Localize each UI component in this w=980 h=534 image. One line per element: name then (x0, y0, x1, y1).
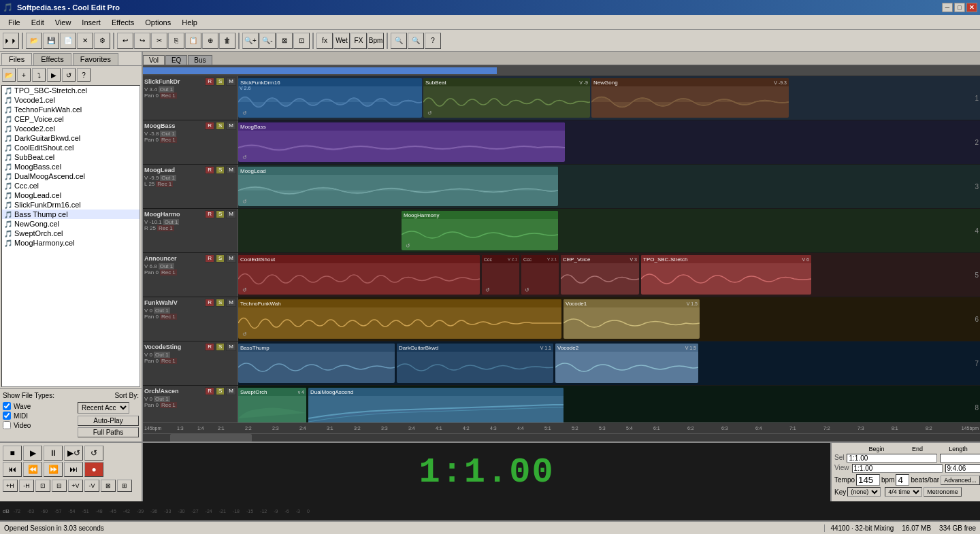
list-item[interactable]: 🎵SubBeat.cel (2, 152, 140, 162)
midi-checkbox[interactable] (3, 412, 11, 420)
toolbar-zoom2-2[interactable]: 🔍 (408, 33, 424, 49)
list-item[interactable]: 🎵TechnoFunkWah.cel (2, 105, 140, 114)
autoplay-button[interactable]: Auto-Play (78, 416, 139, 426)
toolbar-delete[interactable]: 🗑 (219, 33, 235, 49)
track-s-btn-5[interactable]: S (216, 254, 225, 263)
sort-select[interactable]: Recent Acc (78, 402, 129, 414)
track-m-btn-7[interactable]: M (226, 343, 236, 351)
full-paths-button[interactable]: Full Paths (78, 427, 139, 437)
beats-input[interactable] (896, 474, 909, 486)
maximize-button[interactable]: □ (954, 3, 965, 12)
list-item[interactable]: 🎵MoogBass.cel (2, 162, 140, 171)
list-item[interactable]: 🎵SweptOrch.cel (2, 229, 140, 238)
stop-button[interactable]: ■ (3, 446, 22, 461)
track-s-btn-6[interactable]: S (216, 299, 225, 307)
record-button[interactable]: ● (84, 462, 103, 477)
tab-eq[interactable]: EQ (165, 55, 187, 65)
track-m-btn-8[interactable]: M (226, 387, 236, 395)
file-help-btn[interactable]: ? (77, 68, 91, 82)
list-item[interactable]: 🎵Vocode1.cel (2, 95, 140, 105)
toolbar-zoom-in[interactable]: 🔍+ (242, 33, 259, 49)
file-loop-btn[interactable]: ↺ (62, 68, 76, 82)
zoom-fit-v[interactable]: ⊠ (101, 480, 116, 492)
track-r-btn-7[interactable]: R (205, 343, 214, 351)
toolbar-zoom2-3[interactable]: ? (425, 33, 441, 49)
forward-all-button[interactable]: ⏭ (64, 462, 83, 477)
minimize-button[interactable]: ─ (942, 3, 953, 12)
clip-technofunkwah[interactable]: TechnoFunkWah (238, 299, 561, 339)
track-m-btn-1[interactable]: M (226, 78, 236, 86)
track-s-btn-4[interactable]: S (216, 210, 225, 218)
file-add-btn[interactable]: + (17, 68, 31, 82)
tab-bus[interactable]: Bus (188, 55, 212, 65)
toolbar-fx1[interactable]: fx (316, 33, 333, 49)
list-item[interactable]: 🎵Bass Thump cel (2, 210, 140, 219)
toolbar-cut[interactable]: ✂ (151, 33, 167, 49)
loop-button[interactable]: ↺ (84, 446, 103, 461)
toolbar-zoom2-1[interactable]: 🔍 (391, 33, 407, 49)
zoom-special[interactable]: ⊡ (35, 480, 50, 492)
clip-moogbass[interactable]: MoogBass (238, 122, 565, 162)
track-m-btn-4[interactable]: M (226, 210, 236, 218)
file-play-btn[interactable]: ▶ (47, 68, 61, 82)
menu-options[interactable]: Options (140, 17, 176, 28)
track-s-btn-3[interactable]: S (216, 166, 225, 174)
track-s-btn-2[interactable]: S (216, 122, 225, 130)
toolbar-bpm[interactable]: Bpm (368, 33, 384, 49)
track-r-btn-1[interactable]: R (205, 78, 214, 86)
close-button[interactable]: ✕ (966, 3, 977, 12)
track-m-btn-5[interactable]: M (226, 254, 236, 263)
toolbar-new[interactable]: 📄 (60, 33, 76, 49)
toolbar-save[interactable]: 💾 (43, 33, 59, 49)
forward-button[interactable]: ⏩ (44, 462, 63, 477)
loop-play-button[interactable]: ▶↺ (64, 446, 83, 461)
zoom-out-v[interactable]: -V (84, 480, 99, 492)
toolbar-close[interactable]: ✕ (77, 33, 93, 49)
track-r-btn-6[interactable]: R (205, 299, 214, 307)
tracks-container[interactable]: SlickFunkDr R S M V 3.4 Out 1 (143, 76, 980, 422)
clip-dualmoogascend[interactable]: DualMoogAscend (308, 388, 564, 422)
clip-bassthump[interactable]: BassThump (238, 344, 395, 383)
menu-file[interactable]: File (3, 17, 26, 28)
zoom-in-h[interactable]: +H (3, 480, 18, 492)
list-item[interactable]: 🎵Vocode2.cel (2, 124, 140, 133)
toolbar-fx2[interactable]: FX (350, 33, 367, 49)
menu-view[interactable]: View (50, 17, 77, 28)
track-r-btn-3[interactable]: R (205, 166, 214, 174)
list-item[interactable]: 🎵SlickFunkDrm16.cel (2, 200, 140, 210)
list-item[interactable]: 🎵MoogLead.cel (2, 190, 140, 200)
menu-help[interactable]: Help (176, 17, 203, 28)
list-item[interactable]: 🎵NewGong.cel (2, 219, 140, 229)
advanced-button[interactable]: Advanced... (941, 475, 980, 485)
metronome-button[interactable]: Metronome (924, 487, 962, 497)
list-item[interactable]: 🎵DualMoogAscend.cel (2, 171, 140, 181)
track-s-btn-1[interactable]: S (216, 78, 225, 86)
list-item[interactable]: 🎵MoogHarmony.cel (2, 238, 140, 248)
toolbar-paste[interactable]: 📋 (185, 33, 201, 49)
toolbar-btn-1[interactable]: ⏵⏵ (3, 33, 19, 49)
file-open-btn[interactable]: 📂 (2, 68, 16, 82)
toolbar-undo[interactable]: ↩ (117, 33, 133, 49)
sel-end-input[interactable] (940, 454, 980, 463)
zoom-in-v[interactable]: +V (68, 480, 83, 492)
track-r-btn-4[interactable]: R (205, 210, 214, 218)
track-s-btn-7[interactable]: S (216, 343, 225, 351)
zoom-out-h[interactable]: -H (19, 480, 34, 492)
track-m-btn-3[interactable]: M (226, 166, 236, 174)
clip-cooledshout[interactable]: CoolEditShout (238, 255, 480, 295)
rewind-all-button[interactable]: ⏮ (3, 462, 22, 477)
rewind-button[interactable]: ⏪ (23, 462, 42, 477)
clip-darkguitar[interactable]: DarkGuitarBkwd V 1.1 (397, 344, 553, 383)
file-insert-btn[interactable]: ⤵ (32, 68, 46, 82)
view-end-input[interactable] (945, 464, 981, 473)
list-item[interactable]: 🎵CEP_Voice.cel (2, 114, 140, 124)
toolbar-zoom-out[interactable]: 🔍- (259, 33, 276, 49)
toolbar-zoom-all[interactable]: ⊠ (276, 33, 293, 49)
clip-subbeat[interactable]: SubBeat V -9 (423, 78, 590, 118)
pause-button[interactable]: ⏸ (44, 446, 63, 461)
clip-vocode1[interactable]: Vocode1 V 1.5 (564, 299, 700, 339)
tab-favorites[interactable]: Favorites (73, 53, 118, 65)
toolbar-copy[interactable]: ⎘ (168, 33, 184, 49)
track-r-btn-5[interactable]: R (205, 254, 214, 263)
video-checkbox[interactable] (3, 421, 11, 429)
